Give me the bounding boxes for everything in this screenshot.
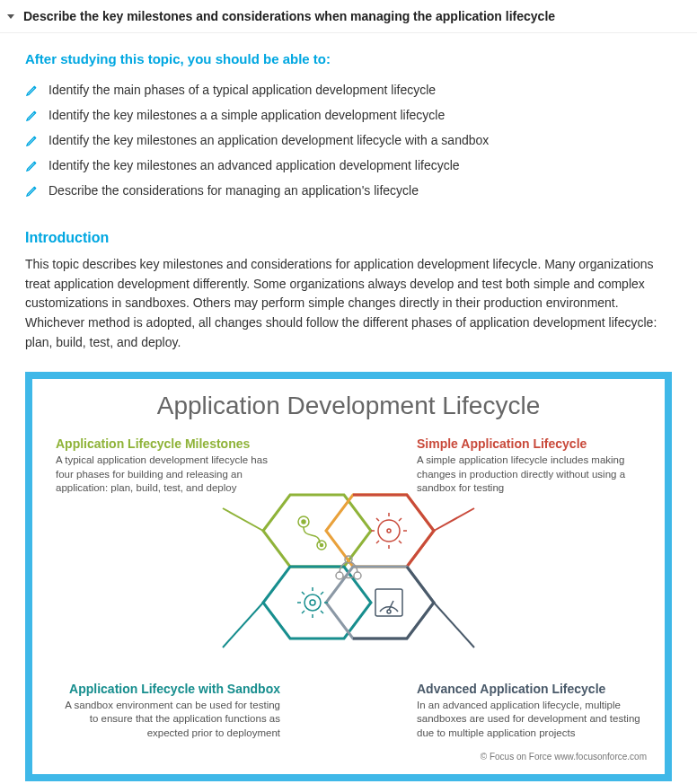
list-item: Identify the main phases of a typical ap… (25, 83, 672, 97)
svg-point-26 (310, 600, 315, 605)
objectives-list: Identify the main phases of a typical ap… (25, 83, 672, 198)
svg-point-10 (354, 572, 361, 579)
objective-text: Identify the key milestones a a simple a… (49, 108, 445, 122)
svg-point-25 (304, 595, 321, 611)
caret-down-icon (7, 14, 14, 19)
svg-line-6 (223, 603, 263, 647)
svg-point-12 (302, 520, 305, 524)
quad-body: A simple application lifecycle includes … (417, 454, 641, 496)
svg-rect-35 (375, 589, 402, 616)
page-title: Describe the key milestones and consider… (23, 9, 555, 23)
quad-body: A sandbox environment can be used for te… (56, 699, 280, 741)
intro-heading: Introduction (25, 230, 672, 246)
quad-title: Advanced Application Lifecycle (417, 682, 641, 696)
quad-title: Application Lifecycle Milestones (56, 436, 280, 451)
gauge-icon (375, 589, 402, 616)
svg-line-32 (321, 611, 323, 613)
diagram-frame: Application Development Lifecycle (25, 372, 672, 781)
svg-point-15 (378, 520, 400, 542)
diagram: Application Development Lifecycle (41, 388, 656, 765)
svg-line-5 (434, 508, 474, 531)
svg-line-36 (389, 601, 393, 610)
svg-marker-0 (263, 495, 371, 567)
diagram-title: Application Development Lifecycle (41, 392, 656, 420)
svg-line-33 (321, 592, 323, 595)
list-item: Identify the key milestones an advanced … (25, 158, 672, 172)
objectives-heading: After studying this topic, you should be… (25, 51, 672, 66)
pencil-icon (25, 83, 40, 97)
compass-icon (371, 513, 407, 549)
svg-line-4 (223, 508, 263, 531)
objective-text: Identify the key milestones an applicati… (49, 133, 489, 147)
quad-bottom-left: Application Lifecycle with Sandbox A san… (56, 682, 280, 741)
route-icon (298, 516, 326, 550)
svg-point-9 (336, 572, 343, 579)
svg-line-34 (302, 611, 304, 613)
pencil-icon (25, 133, 40, 147)
content-area: After studying this topic, you should be… (0, 33, 697, 784)
objective-text: Identify the main phases of a typical ap… (49, 83, 436, 97)
svg-marker-1 (326, 495, 434, 567)
svg-line-7 (434, 603, 474, 647)
svg-line-31 (302, 592, 304, 595)
svg-point-37 (387, 610, 391, 613)
list-item: Identify the key milestones an applicati… (25, 133, 672, 147)
quad-title: Simple Application Lifecycle (417, 436, 641, 451)
list-item: Describe the considerations for managing… (25, 183, 672, 198)
quad-top-right: Simple Application Lifecycle A simple ap… (417, 436, 641, 496)
objective-text: Identify the key milestones an advanced … (49, 158, 460, 172)
svg-point-16 (387, 529, 391, 533)
hexagon-cluster-icon (214, 468, 483, 701)
svg-line-21 (376, 518, 379, 521)
intro-paragraph: This topic describes key milestones and … (25, 255, 672, 352)
gear-icon (297, 587, 328, 618)
objective-text: Describe the considerations for managing… (49, 183, 419, 198)
quad-top-left: Application Lifecycle Milestones A typic… (56, 436, 280, 496)
list-item: Identify the key milestones a a simple a… (25, 108, 672, 122)
quad-body: A typical application development lifecy… (56, 454, 280, 496)
svg-line-24 (376, 541, 379, 543)
pencil-icon (25, 108, 40, 122)
copyright-text: © Focus on Force www.focusonforce.com (481, 752, 647, 762)
quad-body: In an advanced application lifecycle, mu… (417, 699, 641, 741)
quad-title: Application Lifecycle with Sandbox (56, 682, 280, 696)
svg-line-23 (399, 518, 401, 521)
pencil-icon (25, 158, 40, 172)
quad-bottom-right: Advanced Application Lifecycle In an adv… (417, 682, 641, 741)
svg-point-14 (321, 543, 323, 546)
accordion-header[interactable]: Describe the key milestones and consider… (0, 0, 697, 33)
svg-line-22 (399, 541, 401, 543)
pencil-icon (25, 183, 40, 198)
